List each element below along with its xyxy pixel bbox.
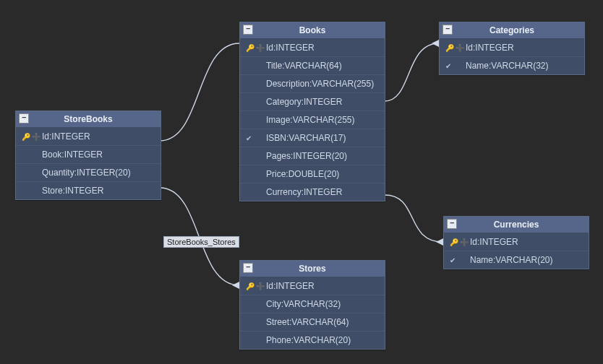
collapse-icon[interactable]: − (243, 25, 253, 35)
field-text: Id:INTEGER (266, 281, 315, 291)
field-text: City:VARCHAR(32) (266, 299, 341, 309)
er-diagram-canvas[interactable]: { "relLabel": "StoreBooks_Stores", "enti… (0, 0, 603, 364)
field-text: Phone:VARCHAR(20) (266, 335, 351, 345)
field-text: Currency:INTEGER (266, 187, 342, 197)
field-text: Id:INTEGER (466, 43, 514, 53)
collapse-icon[interactable]: − (442, 25, 453, 35)
field-row: Phone:VARCHAR(20) (240, 331, 385, 349)
check-icon: ✔ (450, 256, 456, 264)
field-row: Pages:INTEGER(20) (240, 147, 385, 165)
plus-icon: ➕ (460, 238, 469, 246)
field-text: Street:VARCHAR(64) (266, 317, 348, 327)
entity-body: 🔑➕Id:INTEGER✔Name:VARCHAR(32) (440, 39, 584, 74)
field-row: ✔ISBN:VARCHAR(17) (240, 129, 385, 147)
field-text: Image:VARCHAR(255) (266, 115, 354, 125)
field-row: Category:INTEGER (240, 92, 385, 110)
entity-title: StoreBooks (64, 114, 112, 124)
field-text: Id:INTEGER (42, 131, 90, 142)
field-row: Currency:INTEGER (240, 183, 385, 201)
field-row: Title:VARCHAR(64) (240, 56, 385, 74)
field-row: Store:INTEGER (16, 181, 161, 199)
entity-title: Categories (489, 25, 534, 35)
entity-body: 🔑➕Id:INTEGER✔Name:VARCHAR(20) (444, 233, 589, 269)
entity-header[interactable]: −Books (240, 22, 385, 39)
field-text: Quantity:INTEGER(20) (42, 168, 131, 178)
check-icon: ✔ (246, 134, 252, 142)
field-row: 🔑➕Id:INTEGER (16, 128, 161, 145)
collapse-icon[interactable]: − (19, 113, 29, 124)
field-text: Id:INTEGER (266, 43, 315, 53)
field-text: Description:VARCHAR(255) (266, 79, 374, 89)
entity-storebooks[interactable]: −StoreBooks🔑➕Id:INTEGERBook:INTEGERQuant… (15, 110, 161, 200)
entity-books[interactable]: −Books🔑➕Id:INTEGERTitle:VARCHAR(64)Descr… (239, 22, 385, 202)
key-icon: 🔑 (22, 133, 30, 141)
plus-icon: ➕ (256, 282, 265, 290)
entity-title: Currencies (494, 220, 539, 230)
field-row: Quantity:INTEGER(20) (16, 163, 161, 181)
entity-header[interactable]: −Categories (440, 22, 584, 39)
check-icon: ✔ (445, 62, 451, 70)
field-text: Name:VARCHAR(20) (470, 255, 552, 265)
field-row: 🔑➕Id:INTEGER (440, 39, 584, 56)
field-text: Title:VARCHAR(64) (266, 61, 342, 71)
field-text: Store:INTEGER (42, 186, 103, 196)
entity-title: Books (299, 25, 326, 35)
field-row: ✔Name:VARCHAR(20) (444, 251, 589, 269)
field-row: Price:DOUBLE(20) (240, 165, 385, 183)
entity-stores[interactable]: −Stores🔑➕Id:INTEGERCity:VARCHAR(32)Stree… (239, 260, 385, 350)
entity-categories[interactable]: −Categories🔑➕Id:INTEGER✔Name:VARCHAR(32) (439, 22, 585, 75)
entity-body: 🔑➕Id:INTEGERCity:VARCHAR(32)Street:VARCH… (240, 277, 385, 349)
key-icon: 🔑 (450, 238, 458, 246)
collapse-icon[interactable]: − (447, 219, 457, 229)
field-row: 🔑➕Id:INTEGER (240, 39, 385, 56)
plus-icon: ➕ (32, 133, 40, 141)
entity-body: 🔑➕Id:INTEGERBook:INTEGERQuantity:INTEGER… (16, 128, 161, 199)
field-row: Image:VARCHAR(255) (240, 110, 385, 129)
relationship-label: StoreBooks_Stores (163, 236, 239, 248)
key-icon: 🔑 (246, 282, 255, 290)
key-icon: 🔑 (445, 44, 454, 52)
field-text: Id:INTEGER (470, 237, 518, 247)
field-row: 🔑➕Id:INTEGER (240, 277, 385, 295)
field-text: Price:DOUBLE(20) (266, 169, 339, 179)
field-text: Pages:INTEGER(20) (266, 151, 347, 161)
field-text: Name:VARCHAR(32) (466, 61, 548, 71)
field-row: 🔑➕Id:INTEGER (444, 233, 589, 251)
field-row: Description:VARCHAR(255) (240, 74, 385, 92)
entity-header[interactable]: −Currencies (444, 217, 589, 233)
field-row: Street:VARCHAR(64) (240, 313, 385, 331)
entity-header[interactable]: −Stores (240, 261, 385, 277)
plus-icon: ➕ (456, 44, 464, 52)
field-text: Book:INTEGER (42, 150, 103, 160)
entity-header[interactable]: −StoreBooks (16, 111, 161, 128)
field-row: City:VARCHAR(32) (240, 295, 385, 313)
field-text: ISBN:VARCHAR(17) (266, 133, 346, 143)
key-icon: 🔑 (246, 44, 255, 52)
entity-currencies[interactable]: −Currencies🔑➕Id:INTEGER✔Name:VARCHAR(20) (443, 216, 589, 269)
field-text: Category:INTEGER (266, 97, 342, 107)
field-row: ✔Name:VARCHAR(32) (440, 56, 584, 74)
field-row: Book:INTEGER (16, 145, 161, 163)
entity-body: 🔑➕Id:INTEGERTitle:VARCHAR(64)Description… (240, 39, 385, 201)
collapse-icon[interactable]: − (243, 263, 253, 273)
entity-title: Stores (299, 264, 325, 274)
plus-icon: ➕ (256, 44, 265, 52)
